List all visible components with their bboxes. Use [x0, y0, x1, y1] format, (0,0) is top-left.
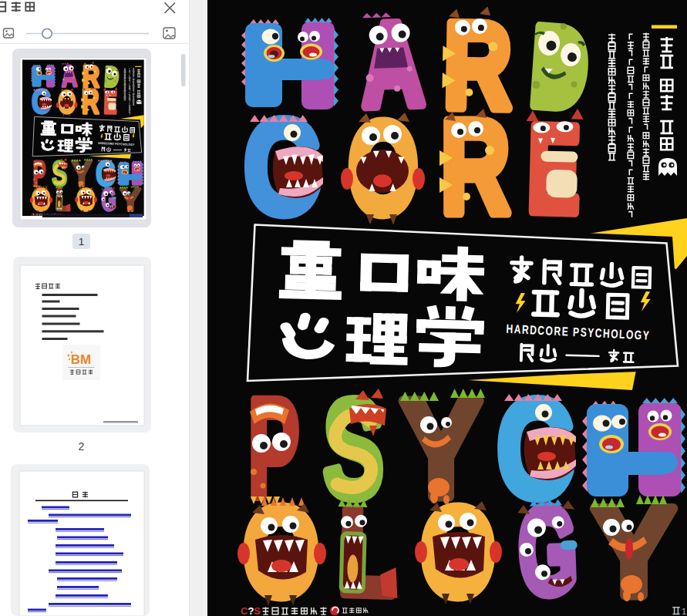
svg-text:1: 1: [79, 236, 85, 247]
svg-text:1: 1: [682, 607, 686, 616]
svg-text:2: 2: [79, 440, 85, 453]
svg-text:BM: BM: [71, 352, 91, 367]
